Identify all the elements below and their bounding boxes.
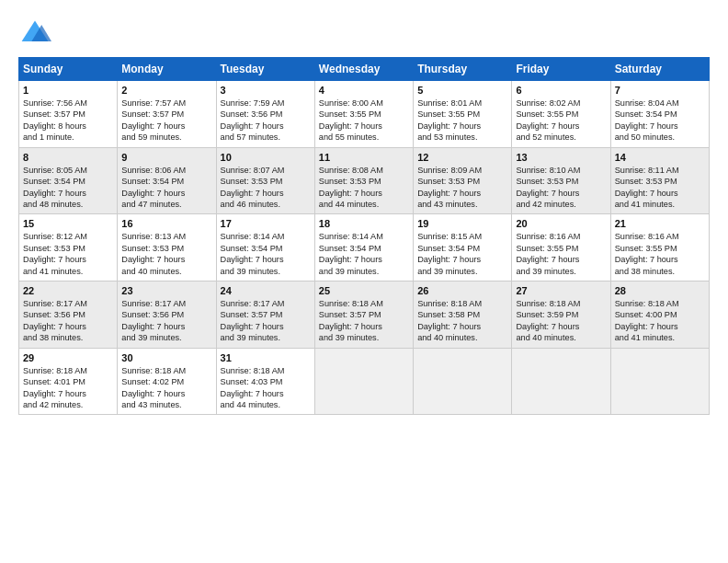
day-info: Sunrise: 7:57 AMSunset: 3:57 PMDaylight:… [121,98,211,144]
day-cell: 3Sunrise: 7:59 AMSunset: 3:56 PMDaylight… [216,81,314,148]
day-number: 27 [516,285,606,296]
header-wednesday: Wednesday [314,58,413,81]
day-info: Sunrise: 8:07 AMSunset: 3:53 PMDaylight:… [221,165,311,211]
day-cell: 12Sunrise: 8:09 AMSunset: 3:53 PMDayligh… [414,147,512,214]
week-row-1: 1Sunrise: 7:56 AMSunset: 3:57 PMDaylight… [19,81,710,148]
day-number: 13 [516,152,606,163]
day-number: 15 [23,218,113,229]
day-info: Sunrise: 8:08 AMSunset: 3:53 PMDaylight:… [319,165,409,211]
day-cell: 22Sunrise: 8:17 AMSunset: 3:56 PMDayligh… [19,282,118,349]
day-number: 4 [319,85,409,96]
day-number: 20 [516,218,606,229]
day-cell [314,348,413,415]
logo [18,17,55,50]
day-number: 19 [417,218,507,229]
day-number: 7 [615,85,705,96]
day-cell: 15Sunrise: 8:12 AMSunset: 3:53 PMDayligh… [19,214,118,282]
day-info: Sunrise: 8:01 AMSunset: 3:55 PMDaylight:… [417,98,507,144]
day-info: Sunrise: 8:09 AMSunset: 3:53 PMDaylight:… [417,165,507,211]
day-info: Sunrise: 8:17 AMSunset: 3:57 PMDaylight:… [221,298,311,344]
day-number: 11 [319,152,409,163]
day-cell: 23Sunrise: 8:17 AMSunset: 3:56 PMDayligh… [118,282,216,349]
day-info: Sunrise: 8:18 AMSunset: 3:59 PMDaylight:… [516,298,606,344]
day-cell: 7Sunrise: 8:04 AMSunset: 3:54 PMDaylight… [610,81,709,148]
day-number: 12 [417,152,507,163]
page: SundayMondayTuesdayWednesdayThursdayFrid… [0,0,728,563]
day-number: 26 [417,285,507,296]
day-number: 8 [23,152,113,163]
day-number: 17 [221,218,311,229]
day-number: 6 [516,85,606,96]
day-info: Sunrise: 8:18 AMSunset: 3:58 PMDaylight:… [417,298,507,344]
day-info: Sunrise: 8:13 AMSunset: 3:53 PMDaylight:… [121,231,211,277]
day-info: Sunrise: 8:14 AMSunset: 3:54 PMDaylight:… [319,231,409,277]
day-info: Sunrise: 8:18 AMSunset: 4:02 PMDaylight:… [121,365,211,411]
day-info: Sunrise: 8:04 AMSunset: 3:54 PMDaylight:… [615,98,705,144]
day-number: 24 [221,285,311,296]
day-cell: 16Sunrise: 8:13 AMSunset: 3:53 PMDayligh… [118,214,216,282]
day-number: 30 [121,352,211,363]
day-cell: 13Sunrise: 8:10 AMSunset: 3:53 PMDayligh… [512,147,610,214]
day-cell: 14Sunrise: 8:11 AMSunset: 3:53 PMDayligh… [610,147,709,214]
day-info: Sunrise: 8:16 AMSunset: 3:55 PMDaylight:… [516,231,606,277]
day-info: Sunrise: 8:15 AMSunset: 3:54 PMDaylight:… [417,231,507,277]
day-info: Sunrise: 8:17 AMSunset: 3:56 PMDaylight:… [23,298,113,344]
day-cell: 21Sunrise: 8:16 AMSunset: 3:55 PMDayligh… [610,214,709,282]
day-cell: 9Sunrise: 8:06 AMSunset: 3:54 PMDaylight… [118,147,216,214]
day-info: Sunrise: 8:14 AMSunset: 3:54 PMDaylight:… [221,231,311,277]
day-cell: 31Sunrise: 8:18 AMSunset: 4:03 PMDayligh… [216,348,314,415]
week-row-2: 8Sunrise: 8:05 AMSunset: 3:54 PMDaylight… [19,147,710,214]
header-monday: Monday [118,58,216,81]
day-number: 25 [319,285,409,296]
header-thursday: Thursday [414,58,512,81]
day-number: 23 [121,285,211,296]
day-cell: 5Sunrise: 8:01 AMSunset: 3:55 PMDaylight… [414,81,512,148]
day-cell [610,348,709,415]
day-cell: 25Sunrise: 8:18 AMSunset: 3:57 PMDayligh… [314,282,413,349]
week-row-4: 22Sunrise: 8:17 AMSunset: 3:56 PMDayligh… [19,282,710,349]
day-info: Sunrise: 8:18 AMSunset: 4:01 PMDaylight:… [23,365,113,411]
calendar-header-row: SundayMondayTuesdayWednesdayThursdayFrid… [19,58,710,81]
day-number: 9 [121,152,211,163]
day-cell: 28Sunrise: 8:18 AMSunset: 4:00 PMDayligh… [610,282,709,349]
day-cell: 17Sunrise: 8:14 AMSunset: 3:54 PMDayligh… [216,214,314,282]
day-info: Sunrise: 8:10 AMSunset: 3:53 PMDaylight:… [516,165,606,211]
day-info: Sunrise: 8:02 AMSunset: 3:55 PMDaylight:… [516,98,606,144]
day-cell: 20Sunrise: 8:16 AMSunset: 3:55 PMDayligh… [512,214,610,282]
day-cell: 6Sunrise: 8:02 AMSunset: 3:55 PMDaylight… [512,81,610,148]
day-cell [414,348,512,415]
day-number: 18 [319,218,409,229]
header-tuesday: Tuesday [216,58,314,81]
day-info: Sunrise: 8:17 AMSunset: 3:56 PMDaylight:… [121,298,211,344]
day-cell: 2Sunrise: 7:57 AMSunset: 3:57 PMDaylight… [118,81,216,148]
day-info: Sunrise: 7:56 AMSunset: 3:57 PMDaylight:… [23,98,113,144]
day-info: Sunrise: 8:18 AMSunset: 4:00 PMDaylight:… [615,298,705,344]
day-number: 31 [221,352,311,363]
day-cell: 8Sunrise: 8:05 AMSunset: 3:54 PMDaylight… [19,147,118,214]
day-number: 5 [417,85,507,96]
day-number: 22 [23,285,113,296]
day-number: 10 [221,152,311,163]
day-number: 1 [23,85,113,96]
day-info: Sunrise: 8:16 AMSunset: 3:55 PMDaylight:… [615,231,705,277]
day-cell: 1Sunrise: 7:56 AMSunset: 3:57 PMDaylight… [19,81,118,148]
day-cell: 24Sunrise: 8:17 AMSunset: 3:57 PMDayligh… [216,282,314,349]
calendar: SundayMondayTuesdayWednesdayThursdayFrid… [18,57,710,415]
day-info: Sunrise: 8:06 AMSunset: 3:54 PMDaylight:… [121,165,211,211]
day-cell: 29Sunrise: 8:18 AMSunset: 4:01 PMDayligh… [19,348,118,415]
day-info: Sunrise: 8:11 AMSunset: 3:53 PMDaylight:… [615,165,705,211]
header [18,17,710,50]
day-info: Sunrise: 8:12 AMSunset: 3:53 PMDaylight:… [23,231,113,277]
day-cell: 11Sunrise: 8:08 AMSunset: 3:53 PMDayligh… [314,147,413,214]
day-cell: 4Sunrise: 8:00 AMSunset: 3:55 PMDaylight… [314,81,413,148]
day-number: 21 [615,218,705,229]
day-info: Sunrise: 8:00 AMSunset: 3:55 PMDaylight:… [319,98,409,144]
day-cell: 27Sunrise: 8:18 AMSunset: 3:59 PMDayligh… [512,282,610,349]
header-sunday: Sunday [19,58,118,81]
day-info: Sunrise: 7:59 AMSunset: 3:56 PMDaylight:… [221,98,311,144]
logo-icon [18,17,51,50]
day-cell: 19Sunrise: 8:15 AMSunset: 3:54 PMDayligh… [414,214,512,282]
week-row-5: 29Sunrise: 8:18 AMSunset: 4:01 PMDayligh… [19,348,710,415]
day-number: 3 [221,85,311,96]
day-cell: 10Sunrise: 8:07 AMSunset: 3:53 PMDayligh… [216,147,314,214]
